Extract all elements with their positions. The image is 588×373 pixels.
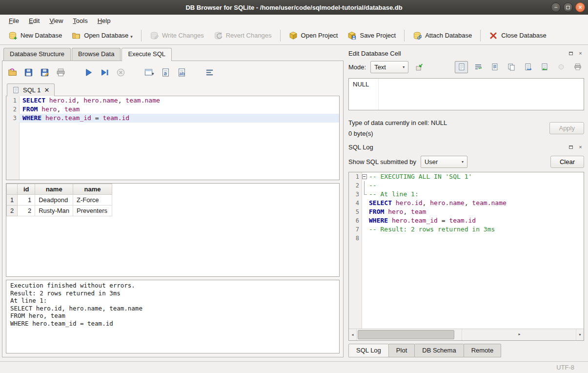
tab-plot[interactable]: Plot — [388, 344, 415, 357]
close-panel-button[interactable]: × — [577, 144, 584, 151]
cell-size-text: 0 byte(s) — [348, 130, 549, 137]
open-database-dropdown-icon[interactable]: ▾ — [130, 34, 133, 40]
revert-changes-label: Revert Changes — [226, 32, 272, 39]
print-sql-button[interactable] — [56, 68, 65, 77]
mode-select[interactable]: Text ▾ — [370, 61, 408, 73]
window-title: DB Browser for SQLite - /home/user/code/… — [0, 4, 588, 11]
table-row[interactable]: 1 1 Deadpond Z-Force — [7, 195, 112, 206]
save-sql-file-button[interactable] — [24, 68, 33, 77]
cell-info-texts: Type of data currently in cell: NULL 0 b… — [348, 119, 549, 137]
tab-database-structure[interactable]: Database Structure — [3, 48, 71, 61]
code-line: 2-- — [349, 181, 584, 190]
minimize-button[interactable]: − — [551, 2, 561, 12]
table-row[interactable]: 2 2 Rusty-Man Preventers — [7, 206, 112, 216]
tab-execute-sql[interactable]: Execute SQL — [122, 48, 172, 61]
execute-current-line-button[interactable] — [100, 68, 109, 77]
import-cell-button[interactable] — [538, 61, 551, 73]
save-sql-file-as-button[interactable] — [40, 68, 49, 77]
new-tab-dropdown-icon[interactable]: ▾ — [152, 71, 154, 77]
menu-edit[interactable]: Edit — [24, 16, 44, 26]
submitted-by-select[interactable]: User ▾ — [421, 156, 467, 168]
scrollbar-thumb[interactable] — [358, 330, 454, 339]
word-wrap-button[interactable] — [471, 61, 485, 73]
open-database-button[interactable]: Open Database ▾ — [67, 29, 137, 42]
tab-browse-data[interactable]: Browse Data — [72, 48, 121, 61]
open-project-icon — [289, 31, 298, 40]
menu-help[interactable]: Help — [93, 16, 116, 26]
sql-log-code[interactable]: 1-- EXECUTING ALL IN 'SQL 1'2--3-- At li… — [349, 172, 584, 329]
save-project-label: Save Project — [360, 32, 396, 39]
scrollbar-track[interactable] — [357, 329, 462, 340]
new-database-button[interactable]: New Database — [4, 29, 66, 42]
maximize-button[interactable] — [563, 2, 573, 12]
open-sql-file-button[interactable] — [8, 68, 17, 77]
scroll-down-icon: ▾ — [579, 332, 581, 337]
close-panel-button[interactable]: × — [577, 50, 584, 57]
undock-panel-button[interactable] — [567, 50, 574, 57]
find-replace-button[interactable]: ab — [177, 68, 186, 77]
set-null-button — [554, 61, 568, 73]
code-line: 1-- EXECUTING ALL IN 'SQL 1' — [349, 172, 584, 181]
statusbar: UTF-8 — [0, 361, 588, 373]
cell-editor[interactable]: NULL — [348, 78, 584, 110]
format-sql-button[interactable] — [205, 68, 214, 77]
close-database-button[interactable]: Close Database — [485, 29, 551, 42]
fold-gutter — [362, 216, 368, 225]
sql-editor-tab[interactable]: SQL 1 ✕ — [7, 83, 55, 96]
titlebar: DB Browser for SQLite - /home/user/code/… — [0, 0, 588, 15]
copy-cell-button[interactable] — [505, 61, 518, 73]
cell-team-name[interactable]: Z-Force — [73, 195, 112, 206]
save-project-button[interactable]: Save Project — [343, 29, 400, 42]
sql-editor-code: 1SELECT hero.id, hero.name, team.name2FR… — [6, 96, 339, 180]
attach-database-button[interactable]: Attach Database — [408, 29, 476, 42]
open-project-button[interactable]: Open Project — [284, 29, 343, 42]
close-tab-icon[interactable]: ✕ — [44, 87, 49, 93]
code-line: 4SELECT hero.id, hero.name, team.name — [349, 199, 584, 207]
export-cell-button[interactable] — [521, 61, 534, 73]
print-cell-button[interactable] — [571, 61, 584, 73]
cell-hero-name[interactable]: Deadpond — [35, 195, 73, 206]
code-text: -- At line 1: — [368, 190, 584, 199]
write-changes-icon — [150, 31, 159, 40]
find-button[interactable]: a — [161, 68, 170, 77]
line-number: 3 — [349, 190, 362, 199]
save-project-icon — [347, 31, 356, 40]
fold-marker[interactable] — [362, 172, 368, 181]
json-view-button[interactable] — [488, 61, 501, 73]
attach-database-icon — [413, 31, 422, 40]
clear-log-button[interactable]: Clear — [550, 156, 584, 168]
menu-tools[interactable]: Tools — [68, 16, 92, 26]
cell-id[interactable]: 1 — [18, 195, 35, 206]
tab-sql-log[interactable]: SQL Log — [348, 344, 389, 357]
close-panel-icon: × — [579, 51, 582, 56]
import-data-button[interactable] — [413, 61, 426, 73]
scroll-right-button[interactable]: ▸ — [462, 329, 576, 340]
horizontal-scrollbar[interactable]: ◂ ▸ ▾ — [349, 329, 584, 340]
open-new-tab-button[interactable]: ▾ — [144, 68, 154, 77]
toolbar-separator — [280, 30, 281, 41]
menu-file[interactable]: File — [4, 16, 24, 26]
tab-db-schema[interactable]: DB Schema — [414, 344, 464, 357]
column-header-name[interactable]: name — [73, 184, 112, 195]
cell-team-name[interactable]: Preventers — [73, 206, 112, 216]
write-changes-label: Write Changes — [162, 32, 204, 39]
tab-remote[interactable]: Remote — [464, 344, 502, 357]
menu-view[interactable]: View — [44, 16, 68, 26]
undock-panel-button[interactable] — [567, 144, 574, 151]
code-text: -- — [368, 181, 584, 190]
execute-all-button[interactable] — [84, 68, 93, 77]
execute-sql-frame: ▾ a ab SQL 1 ✕ 1SELECT hero.id, hero.nam… — [2, 61, 344, 357]
revert-changes-icon — [214, 31, 223, 40]
text-view-button[interactable] — [455, 61, 468, 73]
scroll-left-button[interactable]: ◂ — [349, 329, 357, 340]
column-header-id[interactable]: id — [18, 184, 35, 195]
column-header-name[interactable]: name — [35, 184, 73, 195]
cell-id[interactable]: 2 — [18, 206, 35, 216]
close-window-button[interactable]: × — [575, 2, 585, 12]
scroll-down-button[interactable]: ▾ — [576, 329, 584, 340]
menubar: File Edit View Tools Help — [0, 15, 588, 26]
main-area: Database Structure Browse Data Execute S… — [0, 45, 588, 361]
encoding-indicator[interactable]: UTF-8 — [556, 364, 574, 371]
cell-hero-name[interactable]: Rusty-Man — [35, 206, 73, 216]
sql-editor[interactable]: 1SELECT hero.id, hero.name, team.name2FR… — [6, 96, 340, 180]
